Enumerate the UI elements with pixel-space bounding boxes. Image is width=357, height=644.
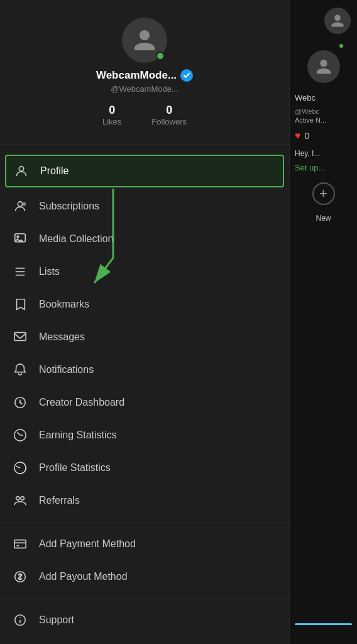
followers-label: Followers (151, 117, 187, 126)
divider (0, 144, 289, 145)
nav-label-add-payout: Add Payout Method (39, 571, 128, 582)
right-active-status: Active N... (290, 115, 357, 125)
nav-item-bookmarks[interactable]: Bookmarks (0, 288, 289, 321)
right-content: Webc @Webc Active N... ♥ 0 Hey, I... Set… (290, 50, 357, 224)
likes-stat: 0 Likes (102, 104, 121, 126)
nav-label-bookmarks: Bookmarks (39, 299, 89, 310)
nav-item-support[interactable]: Support (0, 604, 289, 636)
right-new-label: New (290, 213, 357, 224)
nav-item-lists[interactable]: Lists (0, 255, 289, 288)
heart-icon: ♥ (295, 130, 301, 142)
nav-label-creator-dashboard: Creator Dashboard (39, 397, 124, 408)
profile-statistics-icon (13, 460, 28, 475)
svg-point-2 (18, 202, 22, 206)
right-likes: ♥ 0 (290, 125, 357, 147)
likes-label: Likes (102, 117, 121, 126)
right-handle: @Webc (290, 108, 357, 115)
stats-row: 0 Likes 0 Followers (102, 104, 187, 126)
nav-item-creator-dashboard[interactable]: Creator Dashboard (0, 386, 289, 419)
nav-item-referrals[interactable]: Referrals (0, 484, 289, 517)
nav-item-earning-statistics[interactable]: Earning Statistics (0, 419, 289, 452)
followers-count: 0 (166, 104, 172, 117)
messages-icon (13, 330, 28, 345)
nav-item-media-collection[interactable]: Media Collection (0, 223, 289, 255)
subscriptions-icon (13, 199, 28, 214)
add-payment-icon (13, 536, 28, 552)
right-main-avatar-icon (315, 58, 332, 75)
avatar-icon (132, 28, 157, 53)
add-payout-icon (13, 569, 28, 584)
online-indicator (156, 52, 165, 60)
followers-stat: 0 Followers (151, 104, 187, 126)
right-likes-count: 0 (305, 131, 310, 141)
nav-item-notifications[interactable]: Notifications (0, 353, 289, 386)
svg-point-5 (17, 236, 19, 238)
divider-2 (0, 522, 289, 523)
lists-icon (13, 264, 28, 279)
svg-point-1 (19, 167, 23, 171)
nav-label-support: Support (39, 614, 74, 626)
nav-label-profile-statistics: Profile Statistics (39, 462, 111, 474)
nav-item-help-center[interactable]: Help Center (0, 636, 289, 644)
media-collection-icon (13, 231, 28, 247)
right-panel: Webc @Webc Active N... ♥ 0 Hey, I... Set… (289, 0, 357, 644)
earning-statistics-icon (13, 428, 28, 443)
right-top-avatar (324, 8, 351, 34)
nav-label-lists: Lists (39, 266, 60, 277)
referrals-icon (13, 493, 28, 508)
nav-label-subscriptions: Subscriptions (39, 201, 99, 212)
nav-label-messages: Messages (39, 331, 85, 343)
nav-item-profile[interactable]: Profile (5, 155, 284, 187)
divider-3 (0, 598, 289, 599)
right-username: Webc (290, 88, 357, 108)
nav-menu: Profile Subscriptions Media Collection L… (0, 150, 289, 644)
nav-item-subscriptions[interactable]: Subscriptions (0, 190, 289, 223)
svg-point-13 (21, 497, 24, 501)
svg-point-3 (23, 203, 26, 206)
svg-point-19 (19, 617, 21, 618)
right-avatar-icon (330, 13, 345, 28)
avatar-wrapper (122, 18, 167, 63)
svg-rect-9 (14, 333, 26, 341)
likes-count: 0 (109, 104, 115, 117)
verified-badge-icon (180, 69, 193, 82)
nav-item-add-payout[interactable]: Add Payout Method (0, 560, 289, 593)
support-icon (13, 613, 28, 628)
creator-dashboard-icon (13, 395, 28, 410)
nav-item-add-payment[interactable]: Add Payment Method (0, 528, 289, 560)
right-main-avatar (307, 50, 340, 83)
svg-point-12 (16, 497, 19, 501)
svg-point-11 (19, 402, 21, 404)
right-setup-text: Set up... (290, 160, 357, 175)
right-bottom-line (295, 623, 352, 625)
notifications-icon (13, 362, 28, 377)
profile-header: WebcamMode... @WebcamMode... 0 Likes 0 F… (0, 0, 289, 139)
nav-label-media-collection: Media Collection (39, 233, 113, 245)
nav-label-referrals: Referrals (39, 495, 80, 506)
bookmarks-icon (13, 297, 28, 312)
username: WebcamMode... (96, 69, 177, 82)
nav-item-profile-statistics[interactable]: Profile Statistics (0, 452, 289, 484)
svg-rect-14 (14, 540, 26, 548)
nav-label-notifications: Notifications (39, 364, 94, 375)
nav-item-messages[interactable]: Messages (0, 321, 289, 353)
nav-label-profile: Profile (40, 165, 69, 177)
nav-label-add-payment: Add Payment Method (39, 538, 136, 550)
right-online-dot (338, 43, 344, 49)
sidebar: WebcamMode... @WebcamMode... 0 Likes 0 F… (0, 0, 289, 644)
username-row: WebcamMode... (96, 69, 193, 82)
right-message-preview: Hey, I... (290, 147, 357, 160)
right-new-post-button[interactable]: + (312, 182, 335, 205)
user-handle: @WebcamMode... (111, 84, 178, 94)
nav-label-earning-statistics: Earning Statistics (39, 430, 117, 441)
user-icon (14, 164, 29, 179)
